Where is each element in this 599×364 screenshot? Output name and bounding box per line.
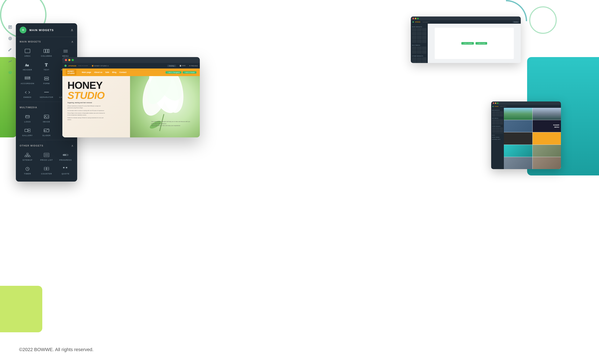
sw-panel-item[interactable] [412,46,416,50]
sw-panel-item[interactable] [417,50,421,54]
panel-add-button[interactable]: + [20,27,26,33]
panel-icon-chart[interactable] [6,58,14,65]
bw-panel-item[interactable] [496,130,499,132]
bw-panel-item[interactable] [492,127,496,130]
sw-panel-item[interactable] [422,28,426,32]
widget-form[interactable]: FORM [37,73,56,86]
widget-accordion[interactable]: ACCORDION [18,73,36,86]
main-widgets-collapse[interactable]: ∧ [71,40,73,43]
add-to-nav-button[interactable]: + Add to Navigation [166,71,181,74]
topbar-preview-button[interactable]: 👁 PREVIEW [189,65,198,67]
sw-panel-item[interactable] [417,40,421,43]
bw-tl-red[interactable] [493,103,494,104]
sw-panel-item[interactable] [412,32,416,35]
sw-panel-item[interactable] [422,32,426,35]
sw-panel-item[interactable] [422,50,426,54]
widget-text[interactable]: T TEXT [37,60,56,72]
sw-panel-item[interactable] [422,57,426,61]
nav-link-main-page[interactable]: Main page [82,71,91,73]
svg-rect-53 [63,154,66,156]
sw-panel-item[interactable] [417,32,421,35]
bw-panel-item[interactable] [499,111,503,114]
panel-icon-layers[interactable] [6,69,14,77]
sw-panel-item[interactable] [422,36,426,39]
bw-panel-item[interactable] [499,127,503,130]
widget-timer[interactable]: TIMER [18,164,36,176]
sw-tl-red[interactable] [413,18,414,19]
traffic-light-green[interactable] [72,59,74,61]
sw-panel-item[interactable] [412,61,416,63]
nav-link-blog[interactable]: Blog [112,71,116,73]
bw-panel-item[interactable] [496,111,499,114]
bw-panel-item[interactable] [496,119,499,122]
widget-sitemap[interactable]: SITEMAP [18,150,36,163]
panel-collapse-button[interactable]: ∧ [70,28,73,32]
widget-progress[interactable]: PROGRESS [56,150,75,163]
widget-columns[interactable]: COLUMNS [37,46,56,59]
footer-copyright: ©2022 BOWWE. All rights reserved. [19,347,93,352]
bw-panel-item[interactable] [499,114,503,116]
widget-image[interactable]: IMAGE [37,112,56,124]
nav-link-contact[interactable]: Contact [119,71,127,73]
bw-panel-item[interactable] [499,130,503,132]
widget-separator[interactable]: SEPARATOR [37,87,56,100]
sw-panel-item[interactable] [417,57,421,61]
sw-panel-item[interactable] [412,50,416,54]
svg-text:": " [66,166,67,171]
sw-tl-yellow[interactable] [415,18,416,19]
topbar-upgrade-label[interactable]: UPGRADE [68,65,77,67]
sw-panel-item[interactable] [412,36,416,39]
sw-tl-green[interactable] [417,18,419,19]
topbar-device-selector[interactable]: Desktop [167,65,176,67]
sw-panel-item[interactable] [412,28,416,32]
bw-panel-item[interactable] [496,122,499,124]
panel-icon-edit[interactable] [6,46,14,54]
add-to-header-button[interactable]: + Add to Header [183,71,196,74]
widget-logo[interactable]: LOGO [18,112,36,124]
nav-link-sale[interactable]: Sale [105,71,109,73]
other-widgets-collapse[interactable]: ∧ [71,144,73,147]
sw-panel-item[interactable] [422,40,426,43]
panel-icon-style[interactable] [6,35,14,42]
bw-panel-item[interactable] [492,114,496,116]
sw-panel-item[interactable] [417,61,421,63]
widget-slider[interactable]: SLIDER [37,125,56,138]
sw-panel-item[interactable] [412,40,416,43]
bw-panel-item[interactable] [492,130,496,132]
topbar-save-button[interactable]: 💾 SAVE [179,65,186,67]
widget-quote[interactable]: "" QUOTE [56,164,75,176]
sw-panel-item[interactable] [417,46,421,50]
traffic-light-red[interactable] [65,59,67,61]
bw-tl-yellow[interactable] [495,103,496,104]
sw-panel-item[interactable] [422,61,426,63]
widget-menu[interactable]: MENU [56,46,75,59]
widget-embed[interactable]: EMBED [18,87,36,100]
sw-panel-item[interactable] [417,28,421,32]
sw-panel-item[interactable] [417,36,421,39]
traffic-light-yellow[interactable] [68,59,70,61]
bw-img-dark-text: RANERMENU [533,120,561,132]
menu-label: MENU [62,55,69,57]
bw-panel-item[interactable] [496,127,499,130]
widget-area[interactable]: AREA [18,46,36,59]
bw-panel-item[interactable] [499,119,503,122]
widget-header[interactable]: Aa HEADER [18,60,36,72]
widget-gallery[interactable]: GALLERY [18,125,36,138]
sw-add-to-footer-btn[interactable]: + Add to footer [476,42,487,45]
panel-icon-pages[interactable] [6,23,14,31]
sw-panel-item[interactable] [422,46,426,50]
sw-add-to-header-btn[interactable]: + Add to Header [461,42,474,45]
bw-panel-item[interactable] [499,122,503,124]
nav-link-about-us[interactable]: About us [94,71,102,73]
widget-counter[interactable]: COUNTER [37,164,56,176]
hero-body-2: An innovator when it comes to waxing wit… [67,110,106,112]
sw-device-selector[interactable]: Desktop [513,21,519,23]
bw-tl-green[interactable] [497,103,498,104]
bw-panel-item[interactable] [496,114,499,116]
sw-panel-item[interactable] [412,57,416,61]
bw-panel-item[interactable] [492,119,496,122]
widget-price-list[interactable]: PRICE LIST [37,150,56,163]
bw-panel-item[interactable] [492,122,496,124]
separator-label: SEPARATOR [40,96,53,98]
bw-panel-item[interactable] [492,111,496,114]
